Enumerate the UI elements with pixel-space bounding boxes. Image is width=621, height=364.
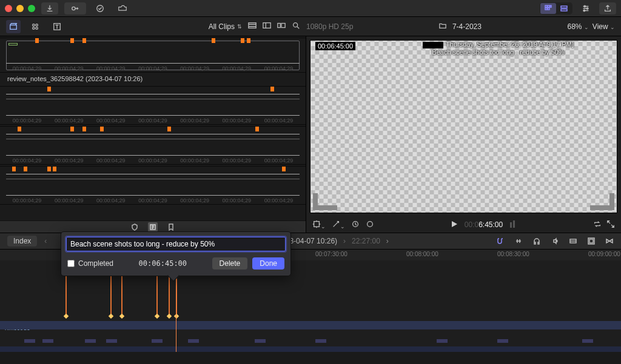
transitions-browser-button[interactable]	[604, 236, 615, 247]
canvas-title-overlay: Thursday, September 26, 2019 At 9:17 PM]…	[389, 41, 607, 56]
library-button[interactable]	[6, 20, 21, 33]
marker-completed-checkbox[interactable]: Completed	[67, 259, 113, 268]
loop-button[interactable]	[593, 220, 602, 230]
svg-rect-7	[561, 6, 567, 8]
workspace-toggle	[540, 2, 572, 15]
browser-toolbar: All Clips ⇅	[0, 20, 306, 33]
solo-button[interactable]	[549, 236, 560, 247]
effects-browser-button[interactable]	[586, 236, 597, 247]
clip-filter-dropdown[interactable]: All Clips ⇅	[209, 22, 242, 31]
clip-appearance-icon	[569, 237, 577, 245]
background-tasks-button[interactable]	[92, 2, 108, 15]
loop-icon	[593, 220, 602, 228]
marker-done-button[interactable]: Done	[252, 257, 284, 270]
marker-delete-button[interactable]: Delete	[212, 257, 248, 270]
browser-clip[interactable]: 00:00:04;2900:00:04;2900:00:04;2900:00:0…	[0, 38, 306, 73]
titlebar-right	[540, 2, 616, 15]
browser-clip[interactable]: 00:00:04;2900:00:04;2900:00:04;2900:00:0…	[0, 86, 306, 125]
folder-icon	[439, 22, 446, 29]
chapter-tab[interactable]	[166, 222, 176, 232]
timeline-index-button[interactable]: Index	[7, 236, 37, 247]
timeline-nav-next[interactable]: ›	[386, 237, 389, 245]
zoom-level-dropdown[interactable]: 68% ⌄	[567, 22, 588, 31]
titlebar-left	[5, 2, 131, 15]
viewer-canvas[interactable]: 00:06:45:00 Thursday, September 26, 2019…	[310, 40, 617, 213]
play-button[interactable]	[450, 220, 458, 230]
expand-icon	[606, 220, 615, 228]
render-button[interactable]	[114, 2, 131, 15]
titles-sidebar-button[interactable]	[50, 22, 64, 31]
svg-rect-3	[548, 5, 549, 7]
download-icon	[45, 4, 54, 13]
transform-tool-button[interactable]: ⌄	[312, 220, 326, 230]
svg-rect-12	[10, 25, 17, 29]
browser-search-button[interactable]	[292, 21, 300, 31]
audio-lane[interactable]	[0, 346, 621, 352]
list-icon	[263, 21, 271, 30]
clapper-icon	[9, 22, 18, 31]
project-name-label[interactable]: 7-4-2023	[452, 22, 482, 31]
close-window-button[interactable]	[5, 5, 12, 12]
view-menu-label: View	[592, 22, 608, 31]
primary-storyline[interactable]	[0, 321, 621, 329]
snap-button[interactable]	[495, 236, 506, 247]
audio-skimming-button[interactable]	[531, 236, 542, 247]
color-correct-button[interactable]	[366, 220, 374, 230]
timeline-tools	[495, 236, 621, 247]
view-menu-button[interactable]: View ⌄	[592, 22, 615, 31]
clip-filter-label: All Clips	[209, 22, 235, 31]
play-icon	[450, 220, 458, 228]
clip-appearance-button[interactable]	[277, 21, 286, 31]
skim-icon	[515, 237, 522, 245]
headphones-icon	[533, 237, 540, 245]
svg-rect-28	[513, 220, 515, 228]
favorite-tab[interactable]	[130, 222, 139, 232]
render-icon	[118, 4, 127, 13]
minimize-window-button[interactable]	[16, 5, 24, 12]
completed-checkbox-input[interactable]	[67, 260, 75, 267]
import-button[interactable]	[41, 2, 58, 15]
maximize-window-button[interactable]	[28, 5, 35, 12]
transport-timecode[interactable]: 00:06:45:00	[465, 220, 503, 229]
skimming-button[interactable]	[513, 236, 524, 247]
note-tab[interactable]	[148, 222, 158, 232]
overlay-line1: Thursday, September 26, 2019 At 9:17 PM]	[446, 41, 574, 48]
bookmark-icon	[167, 223, 175, 231]
color-wheel-icon	[366, 220, 374, 228]
viewer-toolbar: 1080p HD 25p 7-4-2023 68% ⌄ View ⌄	[306, 22, 621, 31]
browser-clip[interactable]: 00:00:04;2900:00:04;2900:00:04;2900:00:0…	[0, 126, 306, 165]
transform-icon	[312, 220, 321, 228]
photos-icon	[31, 22, 39, 31]
photos-sidebar-button[interactable]	[28, 22, 42, 31]
share-button[interactable]	[599, 2, 616, 15]
svg-rect-27	[510, 222, 512, 228]
svg-point-0	[72, 7, 75, 10]
checkmark-circle-icon	[96, 4, 104, 13]
timeline-duration: 22:27:00	[352, 237, 380, 245]
workspace-toggle-browser[interactable]	[540, 3, 556, 14]
overlay-line2: Beach scene shots too long - reduce by 5…	[389, 48, 607, 56]
workspace-toggle-timeline[interactable]	[556, 3, 572, 14]
filmstrip-view-button[interactable]	[248, 21, 257, 31]
chevron-down-icon: ⌄	[610, 24, 615, 30]
marker-text-input[interactable]	[66, 237, 286, 251]
inspector-toggle-button[interactable]	[577, 2, 594, 15]
safe-zone-corner-icon	[313, 193, 337, 210]
audio-meters-icon[interactable]	[509, 220, 517, 230]
viewer: 00:06:45:00 Thursday, September 26, 2019…	[306, 36, 621, 233]
svg-point-13	[33, 24, 35, 26]
timeline-history-fwd[interactable]: ›	[343, 237, 346, 245]
list-view-button[interactable]	[263, 21, 271, 31]
fullscreen-button[interactable]	[606, 220, 615, 230]
svg-rect-21	[281, 24, 285, 28]
svg-rect-8	[561, 9, 567, 11]
browser-clip[interactable]: 00:00:04;2900:00:04;2900:00:04;2900:00:0…	[0, 166, 306, 205]
effects-tool-button[interactable]: ⌄	[332, 220, 345, 230]
svg-point-22	[294, 23, 298, 27]
retime-button[interactable]	[351, 220, 360, 230]
svg-rect-20	[278, 24, 280, 28]
main-area: 00:00:04;2900:00:04;2900:00:04;2900:00:0…	[0, 36, 621, 233]
clip-appearance-button[interactable]	[568, 236, 579, 247]
keyword-editor-button[interactable]	[64, 2, 86, 15]
timeline-history-back[interactable]: ‹	[44, 237, 47, 245]
